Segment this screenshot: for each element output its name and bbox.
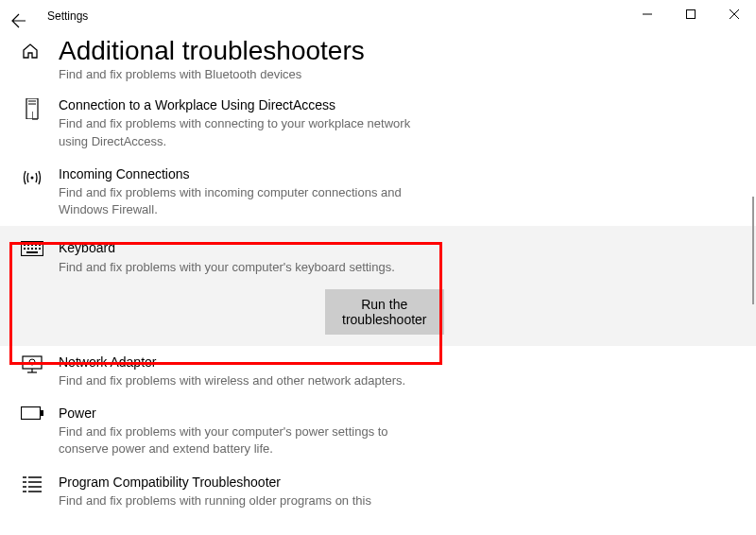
page-title: Additional troubleshooters bbox=[59, 36, 365, 66]
scrollbar[interactable] bbox=[752, 197, 754, 304]
troubleshooter-item-directaccess[interactable]: Connection to a Workplace Using DirectAc… bbox=[0, 89, 756, 158]
svg-rect-11 bbox=[31, 244, 33, 246]
svg-point-23 bbox=[29, 359, 35, 365]
svg-rect-19 bbox=[26, 251, 38, 253]
battery-icon bbox=[21, 406, 43, 429]
svg-rect-10 bbox=[27, 244, 29, 246]
spinner-icon bbox=[32, 112, 42, 121]
troubleshooter-desc: Find and fix problems with your computer… bbox=[59, 259, 437, 276]
minimize-button[interactable] bbox=[626, 0, 669, 28]
titlebar: Settings bbox=[0, 0, 756, 30]
svg-point-7 bbox=[31, 176, 34, 179]
troubleshooter-desc: Find and fix problems with incoming comp… bbox=[59, 184, 437, 218]
monitor-icon bbox=[21, 355, 43, 378]
troubleshooter-title: Connection to a Workplace Using DirectAc… bbox=[59, 96, 437, 113]
troubleshooter-desc: Find and fix problems with wireless and … bbox=[59, 372, 437, 389]
troubleshooter-item-incoming[interactable]: Incoming Connections Find and fix proble… bbox=[0, 158, 756, 227]
troubleshooter-item-network-adapter[interactable]: Network Adapter Find and fix problems wi… bbox=[0, 346, 756, 397]
troubleshooter-title: Power bbox=[59, 405, 437, 422]
window-controls bbox=[626, 0, 756, 28]
svg-rect-15 bbox=[27, 248, 29, 250]
svg-rect-14 bbox=[24, 248, 26, 250]
svg-rect-12 bbox=[35, 244, 37, 246]
home-icon[interactable] bbox=[21, 42, 40, 60]
troubleshooter-desc: Find and fix problems with connecting to… bbox=[59, 115, 437, 149]
troubleshooter-title: Network Adapter bbox=[59, 354, 437, 371]
troubleshooter-item-power[interactable]: Power Find and fix problems with your co… bbox=[0, 397, 756, 466]
svg-rect-18 bbox=[39, 248, 41, 250]
svg-rect-24 bbox=[22, 407, 41, 420]
run-troubleshooter-button[interactable]: Run the troubleshooter bbox=[325, 289, 444, 335]
window-title: Settings bbox=[47, 9, 88, 23]
svg-rect-25 bbox=[41, 410, 43, 416]
svg-rect-9 bbox=[24, 244, 26, 246]
content-area: Additional troubleshooters Find and fix … bbox=[0, 30, 756, 535]
troubleshooter-title: Program Compatibility Troubleshooter bbox=[59, 474, 437, 491]
svg-rect-16 bbox=[31, 248, 33, 250]
keyboard-icon bbox=[21, 241, 43, 264]
troubleshooter-title: Incoming Connections bbox=[59, 165, 437, 182]
antenna-icon bbox=[21, 167, 43, 190]
svg-rect-17 bbox=[35, 248, 37, 250]
maximize-button[interactable] bbox=[669, 0, 713, 28]
list-icon bbox=[21, 475, 43, 498]
svg-rect-13 bbox=[39, 244, 41, 246]
svg-rect-1 bbox=[687, 10, 696, 19]
troubleshooter-item-keyboard[interactable]: Keyboard Find and fix problems with your… bbox=[0, 226, 756, 345]
page-header: Additional troubleshooters bbox=[0, 30, 756, 66]
troubleshooter-desc: Find and fix problems with your computer… bbox=[59, 423, 437, 457]
troubleshooter-title: Keyboard bbox=[59, 239, 437, 256]
troubleshooter-item-compat[interactable]: Program Compatibility Troubleshooter Fin… bbox=[0, 466, 756, 509]
troubleshooter-desc: Find and fix problems with Bluetooth dev… bbox=[59, 66, 301, 83]
close-button[interactable] bbox=[713, 0, 756, 28]
troubleshooter-desc: Find and fix problems with running older… bbox=[59, 492, 437, 509]
troubleshooter-item-bluetooth-partial[interactable]: Find and fix problems with Bluetooth dev… bbox=[0, 66, 756, 89]
troubleshooter-list: Find and fix problems with Bluetooth dev… bbox=[0, 66, 756, 509]
svg-rect-20 bbox=[23, 356, 42, 369]
